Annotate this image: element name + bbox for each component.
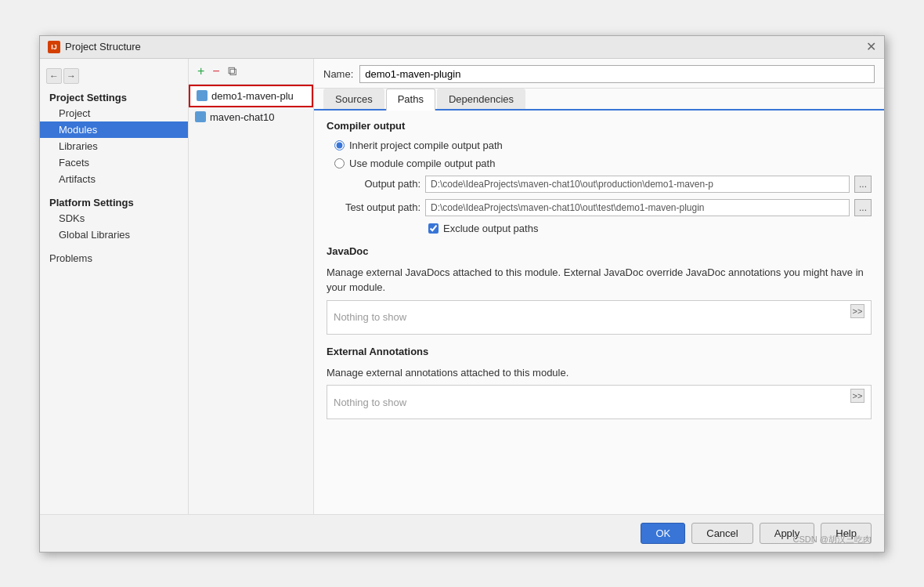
javadoc-description: Manage external JavaDocs attached to thi… — [327, 265, 872, 295]
output-path-input[interactable] — [425, 176, 850, 193]
external-annotations-empty-label: Nothing to show — [334, 397, 406, 408]
external-annotations-list: Nothing to show >> — [327, 385, 872, 419]
test-output-path-row: Test output path: ... — [327, 199, 872, 216]
sidebar-item-artifacts[interactable]: Artifacts — [40, 171, 188, 187]
dialog-body: ← → Project Settings Project Modules Lib… — [40, 59, 884, 514]
app-icon: IJ — [48, 41, 60, 53]
inherit-radio-label: Inherit project compile output path — [349, 140, 503, 151]
javadoc-empty-label: Nothing to show — [334, 311, 406, 323]
output-path-row: Output path: ... — [327, 176, 872, 193]
sidebar-item-libraries[interactable]: Libraries — [40, 138, 188, 154]
bottom-bar: OK Cancel Apply Help — [40, 514, 884, 552]
tab-dependencies[interactable]: Dependencies — [437, 89, 525, 109]
copy-module-button[interactable]: ⧉ — [226, 63, 239, 79]
platform-settings-header: Platform Settings — [40, 192, 188, 210]
cancel-button[interactable]: Cancel — [691, 523, 753, 544]
sidebar-item-modules[interactable]: Modules — [40, 121, 188, 138]
exclude-checkbox-row: Exclude output paths — [327, 223, 872, 234]
exclude-checkbox[interactable] — [428, 223, 439, 234]
external-annotations-expand-button[interactable]: >> — [850, 389, 864, 403]
module-icon2 — [195, 111, 206, 122]
output-path-label: Output path: — [334, 178, 420, 190]
name-label: Name: — [323, 68, 353, 80]
module-radio-row: Use module compile output path — [327, 158, 872, 169]
sidebar-item-problems[interactable]: Problems — [40, 248, 188, 266]
javadoc-title: JavaDoc — [327, 245, 872, 257]
project-structure-dialog: IJ Project Structure ✕ ← → Project Setti… — [39, 35, 885, 553]
module-item-maven-chat10[interactable]: maven-chat10 — [189, 107, 313, 127]
inherit-radio-row: Inherit project compile output path — [327, 140, 872, 151]
test-output-path-browse-button[interactable]: ... — [854, 199, 872, 216]
external-annotations-title: External Annotations — [327, 346, 872, 357]
watermark: CSDN @胡汉三吃肉 — [793, 534, 872, 545]
module-panel: + − ⧉ demo1-maven-plu maven-chat10 — [189, 59, 314, 514]
external-annotations-section: External Annotations Manage external ann… — [327, 346, 872, 420]
project-settings-header: Project Settings — [40, 87, 188, 105]
name-row: Name: — [314, 59, 884, 89]
forward-arrow[interactable]: → — [63, 68, 79, 84]
sidebar-item-project[interactable]: Project — [40, 105, 188, 121]
module-icon — [197, 90, 208, 101]
tab-content: Compiler output Inherit project compile … — [314, 111, 884, 514]
module-name2: maven-chat10 — [210, 111, 274, 123]
title-bar: IJ Project Structure ✕ — [40, 36, 884, 59]
module-list: demo1-maven-plu maven-chat10 — [189, 85, 313, 514]
module-toolbar: + − ⧉ — [189, 59, 313, 85]
javadoc-list: Nothing to show >> — [327, 300, 872, 335]
javadoc-expand-button[interactable]: >> — [850, 304, 864, 318]
sidebar-item-facets[interactable]: Facets — [40, 154, 188, 171]
sidebar-item-global-libraries[interactable]: Global Libraries — [40, 226, 188, 243]
inherit-radio[interactable] — [334, 140, 345, 150]
output-path-browse-button[interactable]: ... — [854, 176, 872, 193]
module-path-radio[interactable] — [334, 158, 345, 168]
sidebar: ← → Project Settings Project Modules Lib… — [40, 59, 189, 514]
tab-sources[interactable]: Sources — [323, 89, 384, 109]
module-item-demo1[interactable]: demo1-maven-plu — [189, 85, 313, 107]
name-input[interactable] — [359, 65, 875, 83]
tabs-row: Sources Paths Dependencies — [314, 89, 884, 111]
module-name: demo1-maven-plu — [211, 90, 294, 102]
add-module-button[interactable]: + — [195, 63, 207, 79]
title-bar-left: IJ Project Structure — [48, 41, 141, 53]
compiler-output-title: Compiler output — [327, 120, 872, 132]
external-annotations-description: Manage external annotations attached to … — [327, 365, 872, 381]
sidebar-item-sdks[interactable]: SDKs — [40, 210, 188, 226]
remove-module-button[interactable]: − — [210, 63, 222, 79]
content-panel: Name: Sources Paths Dependencies Compile… — [314, 59, 884, 514]
dialog-title: Project Structure — [65, 41, 141, 53]
exclude-label: Exclude output paths — [443, 223, 538, 234]
nav-row: ← → — [40, 65, 188, 87]
test-output-path-label: Test output path: — [334, 201, 420, 213]
ok-button[interactable]: OK — [641, 523, 685, 544]
close-button[interactable]: ✕ — [866, 41, 876, 53]
compiler-output-section: Compiler output Inherit project compile … — [327, 120, 872, 234]
back-arrow[interactable]: ← — [46, 68, 62, 84]
module-path-radio-label: Use module compile output path — [349, 158, 495, 169]
tab-paths[interactable]: Paths — [386, 89, 435, 111]
javadoc-section: JavaDoc Manage external JavaDocs attache… — [327, 245, 872, 335]
test-output-path-input[interactable] — [425, 199, 850, 216]
